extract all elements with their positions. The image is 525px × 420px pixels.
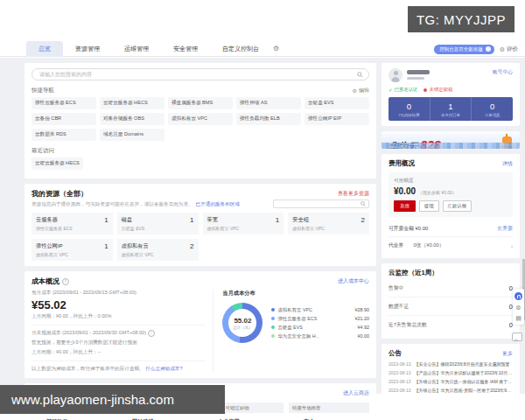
stat-value: 0 [472, 102, 513, 111]
search-input[interactable] [38, 71, 354, 78]
search-icon [360, 201, 366, 206]
row-label: 数据不足 [388, 303, 409, 311]
quick-nav-item[interactable]: 云备份 CBR [32, 113, 96, 125]
notices-card: 公告 更多 2023-08-13 【安全公告】微软2023年8月份月度安全漏洞预… [382, 344, 520, 402]
notice-text: 【升级公告】华为云西南-贵阳一区将于2023年9月16日00... [415, 388, 513, 393]
quick-nav-title: 快捷导航 [32, 87, 54, 94]
settings-icon[interactable]: ⚙ [515, 304, 521, 311]
market-item-enterprise[interactable]: 企业应用 节省成本，让办公智能化 [203, 413, 284, 420]
opened-services-link[interactable]: 已开通的服务和区域 [196, 201, 240, 208]
market-item-software[interactable]: 基础软件 高效安全可靠的应用 [32, 413, 112, 420]
notice-item[interactable]: 2023-08-13 【产品公告】华为云会议默认版将于2023年10月14日 0… [388, 370, 513, 375]
tab-ops-mgmt[interactable]: 运维管理 [112, 41, 161, 57]
warning-badge[interactable]: 未绑定邮箱 [424, 87, 452, 93]
global-search[interactable] [32, 68, 369, 80]
coupon-row[interactable]: 代金券 0张（¥0.00） › [388, 237, 513, 253]
quick-nav-edit-button[interactable]: ⚙ 编辑 [353, 87, 369, 94]
market-group-header: 特惠专场推荐 [289, 402, 369, 413]
tab-settings-gear-icon[interactable]: ⚙ [273, 46, 279, 52]
resource-search-box[interactable] [273, 200, 369, 208]
notices-more-link[interactable]: 更多 [502, 350, 513, 358]
quick-nav-item[interactable]: 裸金属服务器 BMS [168, 97, 233, 109]
quick-nav-item[interactable]: 弹性公网IP EIP [304, 113, 369, 125]
cloudeye-row-week-alarms[interactable]: 近7天告警总次数 0 [388, 316, 513, 333]
promo-pill-button[interactable]: 控制台首页全新改版 [434, 45, 494, 54]
quick-nav-edit-label: 编辑 [359, 87, 369, 94]
quick-nav-item[interactable]: 云耀云服务器 HECS [100, 97, 164, 109]
quick-nav-item[interactable]: 弹性伸缩 AS [236, 97, 301, 109]
quick-nav-item[interactable]: 域名注册 Domains [100, 129, 164, 141]
recent-visits-header: 最近访问 [32, 147, 369, 155]
feedback-button[interactable]: ⚙ 评价 [500, 46, 518, 53]
market-item-security[interactable]: 安全 全方位防护，保护资产安全 [289, 413, 369, 420]
avatar[interactable] [388, 68, 402, 82]
tab-resource-mgmt[interactable]: 资源管理 [63, 41, 112, 57]
quick-nav-card: 快捷导航 ⚙ 编辑 弹性云服务器 ECS 云耀云服务器 HECS 裸金属服务器 … [24, 63, 376, 178]
search-icon [357, 72, 363, 78]
quick-nav-item[interactable]: 云数据库 RDS [32, 129, 96, 141]
resource-tile-sg[interactable]: 安全组 虚拟私有云 VPC 2 [288, 213, 369, 234]
withdraw-button[interactable]: 提现 [419, 200, 439, 212]
go-invoice-link[interactable]: 去开票 [497, 225, 513, 233]
cost-distribution-title: 当月成本分布 [222, 290, 369, 298]
stat-unpaid-orders[interactable]: 1 未支付订单 [430, 97, 472, 121]
resource-tile-ecs[interactable]: 云服务器 弹性云服务器 ECS 1 [32, 213, 113, 234]
donut-center: 55.02 总计（元） [222, 303, 262, 343]
verified-badge: ✓ 已实名认证 [388, 87, 417, 93]
remittance-claim-button[interactable]: 汇款认领 [443, 200, 472, 212]
notice-item[interactable]: 2023-08-13 【升级公告】华为云统一身份认证服务 IAM 将于2023年… [388, 379, 513, 384]
current-cost-compare: 上月同期：¥0.00，环比上升：0.00% [32, 313, 206, 320]
gear-icon: ⚙ [353, 88, 357, 94]
resource-tile-evs[interactable]: 磁盘 云硬盘 EVS 1 [117, 213, 199, 234]
tab-security-mgmt[interactable]: 安全管理 [161, 41, 210, 57]
tile-count: 1 [104, 216, 108, 231]
support-icon[interactable] [514, 292, 522, 300]
recent-visit-item[interactable]: 云耀云服务器 HECS [32, 158, 83, 170]
quick-nav-item[interactable]: 弹性负载均衡 ELB [236, 113, 301, 125]
legend-amount: ¥4.92 [358, 325, 370, 330]
verified-label: 已实名认证 [395, 87, 418, 93]
notice-item[interactable]: 2023-08-13 【安全公告】微软2023年8月份月度安全漏洞预警 [388, 361, 513, 367]
tile-count: 1 [104, 242, 108, 257]
enter-marketplace-link[interactable]: 进入云商店 [343, 389, 369, 397]
legend-amount: ¥28.90 [355, 307, 370, 312]
quick-nav-item[interactable]: 弹性云服务器 ECS [32, 97, 96, 109]
tabbar-right-controls: 控制台首页全新改版 ⚙ 评价 [434, 45, 518, 54]
account-id-redacted [407, 77, 424, 80]
survey-doc-icon[interactable]: ▤ [515, 315, 522, 321]
feedback-label: 评价 [507, 46, 518, 53]
enter-cost-center-link[interactable]: 进入成本中心 [338, 277, 369, 285]
promo-banner-828[interactable]: 华为云 828 认证付费享免单券（最高减8280元） [382, 131, 520, 149]
cloudeye-row-alarming[interactable]: 告警中 0 [388, 279, 513, 298]
tile-name: 虚拟私有云 [122, 242, 154, 250]
notice-item[interactable]: 2023-08-13 【升级公告】华为云西南-贵阳一区将于2023年9月16日0… [388, 388, 513, 393]
cloudeye-row-insufficient[interactable]: 数据不足 0 [388, 298, 513, 316]
amortized-cost-link[interactable]: 什么是摊销成本? [145, 366, 182, 371]
billing-card: 费用概况 详情 可用额度 ¥0.00 （现金余额 ¥0.00） 充值 提现 汇款… [382, 154, 520, 258]
cloudeye-header: 云监控（近1周） [388, 269, 513, 277]
stat-renewal[interactable]: 0 7天内待续费 [388, 97, 430, 121]
resource-tile-vpc[interactable]: 虚拟私有云 虚拟私有云 VPC 2 [117, 239, 199, 261]
market-item-website[interactable]: 网站建设 快速搭建高质量网站 [117, 413, 198, 420]
tile-name: 磁盘 [122, 216, 144, 224]
stat-tickets[interactable]: 0 工单消息 [471, 97, 513, 121]
recharge-button[interactable]: 充值 [394, 200, 416, 212]
billing-detail-link[interactable]: 详情 [502, 160, 513, 168]
resource-tile-eip[interactable]: 弹性公网IP 虚拟私有云 VPC 1 [32, 239, 113, 261]
tab-custom-console[interactable]: 自定义控制台 [210, 41, 271, 57]
quick-nav-item[interactable]: 云硬盘 EVS [304, 97, 369, 109]
view-more-resources-link[interactable]: 查看更多资源 [338, 190, 369, 198]
my-resources-toolrow: 资源信息由于缓存原因，与实际资源可能存在差异，请以各服务页面为准。 已开通的服务… [32, 199, 369, 209]
legend-name: 虚拟私有云 VPC [277, 307, 312, 313]
notice-date: 2023-08-13 [388, 361, 411, 367]
tab-overview[interactable]: 总览 [26, 41, 63, 57]
current-cost-amount: ¥55.02 [32, 298, 206, 312]
chat-bubble-icon[interactable] [512, 332, 522, 341]
coupon-value: 0张（¥0.00） [413, 242, 444, 249]
quick-nav-item[interactable]: 对象存储服务 OBS [100, 113, 164, 125]
console-tabbar: 总览 资源管理 运维管理 安全管理 自定义控制台 ⚙ 控制台首页全新改版 ⚙ 评… [0, 42, 525, 57]
cost-footnote-text: 以上数据为摊销成本，即分摊于账单中的应计金额。 [32, 366, 144, 371]
account-center-link[interactable]: 账号中心 [493, 68, 513, 76]
resource-tile-bandwidth[interactable]: 带宽 虚拟私有云 VPC 1 [203, 213, 284, 234]
quick-nav-item[interactable]: 虚拟私有云 VPC [168, 113, 233, 125]
